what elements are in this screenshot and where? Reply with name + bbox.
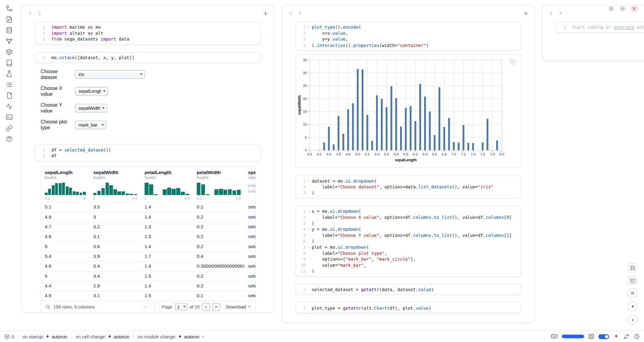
- code-line[interactable]: 1x = mo.ui.dropdown(: [299, 208, 518, 214]
- first-page-button[interactable]: [141, 303, 149, 311]
- code-line[interactable]: 3): [299, 190, 518, 196]
- download-button[interactable]: Download: [226, 304, 251, 309]
- code-line[interactable]: 2import altair as alt: [39, 30, 257, 36]
- stop-button[interactable]: [628, 301, 637, 311]
- x-value-select[interactable]: sepalLength: [75, 87, 108, 95]
- code-line[interactable]: 11): [299, 268, 518, 274]
- ai-assistant-button[interactable]: [613, 333, 619, 340]
- swap-columns-button[interactable]: [624, 333, 630, 340]
- table-row[interactable]: 53.41.50.2setosa: [41, 271, 256, 280]
- error-count-badge[interactable]: 0: [4, 333, 14, 339]
- code-editor[interactable]: 1dataset = mo.ui.dropdown(2 label="Choos…: [295, 176, 521, 198]
- add-cell-button[interactable]: [263, 10, 269, 16]
- sidebar-database-button[interactable]: [5, 27, 13, 34]
- code-line[interactable]: 1selected_dataset = getattr(data, datase…: [299, 287, 518, 293]
- table-row[interactable]: 4.93.11.50.1setosa: [41, 290, 256, 300]
- next-page-button[interactable]: [202, 303, 210, 311]
- fold-toggle[interactable]: [306, 209, 312, 213]
- code-editor[interactable]: 1mo.vstack([dataset, x, y, plot]): [35, 52, 261, 63]
- code-line[interactable]: 3): [299, 220, 518, 226]
- search-icon[interactable]: [45, 304, 51, 309]
- code-line[interactable]: 1mo.vstack([dataset, x, y, plot]): [39, 55, 257, 61]
- presentation-toggle[interactable]: [598, 334, 609, 339]
- run-button[interactable]: [628, 315, 637, 325]
- dataset-select[interactable]: iris: [75, 70, 145, 79]
- column-forward-button[interactable]: [557, 10, 564, 16]
- autorun-on-cell-change-chip[interactable]: on cell change:autorun: [76, 334, 129, 339]
- code-line[interactable]: 2 label="Choose dataset", options=data.l…: [299, 184, 518, 190]
- fold-toggle[interactable]: [306, 227, 312, 231]
- sidebar-document-button[interactable]: [5, 92, 13, 99]
- column-histogram[interactable]: [45, 182, 86, 195]
- code-line[interactable]: 1import marimo as mo: [39, 24, 257, 30]
- page-select[interactable]: 1: [175, 303, 187, 310]
- code-line[interactable]: 3from vega_datasets import data: [39, 36, 257, 42]
- settings-button[interactable]: [618, 4, 627, 12]
- code-line[interactable]: 6): [299, 238, 518, 244]
- y-value-select[interactable]: sepalWidth: [75, 104, 107, 112]
- code-line[interactable]: 4).interactive().properties(width="conta…: [299, 42, 518, 48]
- cell-width-slider[interactable]: [562, 335, 584, 338]
- column-header[interactable]: sepalWidthfloat64: [90, 166, 141, 180]
- sidebar-help-button[interactable]: [5, 135, 13, 142]
- code-editor[interactable]: 1plot_type().encode(2 x=x.value,3 y=y.va…: [295, 22, 521, 51]
- sidebar-flask-button[interactable]: [5, 70, 13, 77]
- table-row[interactable]: 4.63.41.40.30000000000000004setosa: [41, 261, 256, 271]
- plot-type-select[interactable]: mark_bar: [75, 121, 106, 129]
- column-header[interactable]: speciesobject: [244, 166, 256, 180]
- code-line[interactable]: 4y = mo.ui.dropdown(: [299, 226, 518, 232]
- table-row[interactable]: 4.63.11.50.2setosa: [41, 231, 256, 241]
- table-row[interactable]: 5.43.91.70.4setosa: [41, 251, 256, 261]
- code-line[interactable]: 1plot_type().encode(: [299, 24, 518, 30]
- keyboard-shortcuts-button[interactable]: [551, 333, 558, 340]
- table-row[interactable]: 4.42.91.40.2setosa: [41, 281, 256, 290]
- code-editor[interactable]: 1x = mo.ui.dropdown(2 label="Choose X va…: [295, 206, 521, 276]
- code-line[interactable]: 9 options=["mark_bar", "mark_circle"],: [299, 256, 518, 262]
- sidebar-file-tree-button[interactable]: [5, 5, 13, 12]
- sidebar-file-button[interactable]: [5, 16, 13, 23]
- code-line[interactable]: 1plot_type = getattr(alt.Chart(df), plot…: [299, 305, 518, 311]
- code-editor[interactable]: 1selected_dataset = getattr(data, datase…: [295, 284, 521, 295]
- code-line[interactable]: 1Start coding or generate with AI: [559, 24, 644, 30]
- code-line[interactable]: 2 label="Choose X value", options=df.col…: [299, 214, 518, 220]
- sidebar-link-button[interactable]: [5, 125, 13, 132]
- column-back-button[interactable]: [548, 10, 554, 16]
- column-histogram[interactable]: [197, 182, 241, 195]
- column-header[interactable]: sepalLengthfloat64: [41, 166, 90, 180]
- column-back-button[interactable]: [288, 10, 294, 16]
- history-button[interactable]: [634, 333, 640, 340]
- table-row[interactable]: 4.931.40.2setosa: [41, 212, 256, 221]
- altair-bar-chart[interactable]: 4.04.24.44.64.85.05.25.45.65.86.06.26.46…: [296, 57, 517, 165]
- column-histogram[interactable]: [145, 182, 189, 195]
- column-header[interactable]: petalLengthfloat64: [141, 166, 193, 180]
- code-line[interactable]: 2 x=x.value,: [299, 30, 518, 36]
- grid-view-button[interactable]: [588, 333, 594, 340]
- notebook-menu-button[interactable]: [606, 4, 615, 12]
- sidebar-terminal-button[interactable]: [5, 114, 13, 121]
- code-line[interactable]: 10 value="mark_bar",: [299, 262, 518, 268]
- code-line[interactable]: 7plot = mo.ui.dropdown(: [299, 244, 518, 250]
- code-editor[interactable]: 1Start coding or generate with AI: [556, 22, 644, 33]
- code-line[interactable]: 2df: [39, 153, 257, 159]
- sidebar-notebook-button[interactable]: [5, 59, 13, 66]
- column-forward-button[interactable]: [297, 10, 303, 16]
- command-palette-button[interactable]: ⌘: [628, 289, 637, 298]
- column-back-button[interactable]: [27, 10, 33, 16]
- code-editor[interactable]: 1import marimo as mo2import altair as al…: [35, 22, 261, 45]
- shutdown-button[interactable]: [630, 4, 638, 12]
- code-line[interactable]: 8 label="Choose plot type",: [299, 250, 518, 256]
- layout-grid-button[interactable]: [628, 276, 637, 285]
- table-row[interactable]: 53.61.40.2setosa: [41, 241, 256, 251]
- fold-toggle[interactable]: [306, 179, 312, 183]
- table-row[interactable]: 5.13.51.40.2setosa: [41, 202, 256, 212]
- table-row[interactable]: 4.73.21.30.2setosa: [41, 222, 256, 231]
- code-line[interactable]: 1df = selected_dataset(): [39, 147, 257, 153]
- fold-toggle[interactable]: [306, 245, 312, 249]
- sidebar-package-button[interactable]: [5, 48, 13, 55]
- column-header[interactable]: petalWidthfloat64: [193, 166, 244, 180]
- column-forward-button[interactable]: [37, 10, 43, 16]
- code-line[interactable]: 5 label="Choose Y value", options=df.col…: [299, 232, 518, 238]
- autorun-on-startup-chip[interactable]: on startup:autorun: [23, 334, 67, 339]
- code-editor[interactable]: 1plot_type = getattr(alt.Chart(df), plot…: [295, 302, 521, 313]
- autorun-on-module-change-chip[interactable]: on module change:autorun: [138, 334, 205, 339]
